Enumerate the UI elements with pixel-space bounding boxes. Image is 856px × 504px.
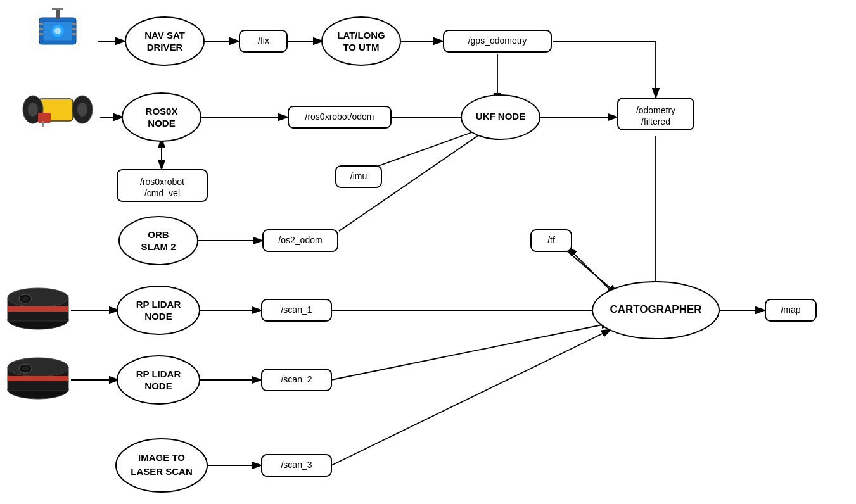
topic-os2odom-label: /os2_odom [278,235,322,245]
topic-map-label: /map [781,305,800,315]
topic-imu-label: /imu [350,171,367,181]
svg-rect-13 [72,33,76,35]
svg-point-32 [22,367,29,371]
ukf-label: UKF NODE [476,111,525,122]
gps-sensor-icon [39,8,76,44]
rp-lidar1-label2: NODE [144,311,172,322]
navsat-driver-label2: DRIVER [147,42,183,53]
svg-point-18 [77,103,87,117]
lidar-sensor2-icon [8,358,68,399]
svg-rect-10 [39,33,43,35]
topic-odomfilt-label1: /odometry [636,105,675,115]
svg-point-5 [54,28,61,34]
svg-rect-6 [56,9,60,19]
latlng-utm-label2: TO UTM [343,42,379,53]
svg-rect-8 [39,23,43,25]
orb-slam2-label1: ORB [148,229,169,240]
topic-scan1-label: /scan_1 [281,305,312,315]
rp-lidar1-label1: RP LIDAR [136,299,181,310]
topic-odomfilt-label2: /filtered [641,117,670,127]
topic-cmdvel-label1: /ros0xrobot [140,177,184,187]
orb-slam2-label2: SLAM 2 [141,241,176,252]
navsat-driver-label1: NAV SAT [144,30,185,41]
rp-lidar2-label2: NODE [144,381,172,391]
topic-fix-label: /fix [258,35,269,46]
latlng-utm-label1: LAT/LONG [337,30,385,41]
svg-rect-9 [39,28,43,30]
svg-point-29 [8,358,68,377]
topic-cmdvel-label2: /cmd_vel [144,188,180,198]
topic-ros0xodom-label: /ros0xrobot/odom [305,111,374,122]
svg-rect-30 [8,376,68,381]
svg-point-16 [28,103,38,117]
topic-tf-label: /tf [547,235,555,245]
arrow-imu-ukf [364,127,488,171]
rp-lidar2-label1: RP LIDAR [136,369,181,379]
topic-gpsodom-label: /gps_odometry [468,35,527,46]
svg-point-23 [8,288,68,307]
svg-rect-12 [72,28,76,30]
topic-scan2-label: /scan_2 [281,374,312,384]
arrow-scan2-carto [331,323,611,380]
svg-point-26 [22,297,29,301]
image-to-laser-label1: IMAGE TO [138,452,185,463]
svg-rect-19 [38,113,51,123]
svg-rect-7 [52,8,63,10]
image-to-laser-label2: LASER SCAN [131,466,193,477]
ros0x-label2: NODE [148,118,175,129]
arrow-scan3-carto [331,329,611,465]
ros0x-label1: ROS0X [146,106,178,117]
svg-rect-11 [72,23,76,25]
robot-wheel-icon [23,96,93,127]
topic-scan3-label: /scan_3 [281,460,312,470]
cartographer-label: CARTOGRAPHER [610,303,701,315]
svg-rect-24 [8,306,68,312]
lidar-sensor1-icon [8,288,68,329]
